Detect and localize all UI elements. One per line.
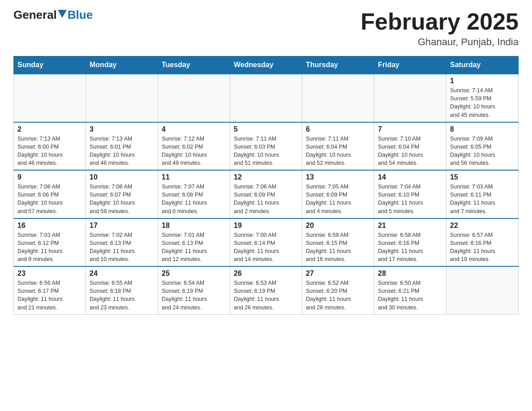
day-number: 6 <box>306 125 370 133</box>
col-header-sunday: Sunday <box>14 56 86 74</box>
day-number: 26 <box>234 270 298 278</box>
day-number: 8 <box>450 125 515 133</box>
day-info: Sunrise: 6:50 AM Sunset: 6:21 PM Dayligh… <box>378 279 442 312</box>
day-number: 28 <box>378 270 442 278</box>
calendar-cell: 19Sunrise: 7:00 AM Sunset: 6:14 PM Dayli… <box>230 218 302 267</box>
calendar-cell: 18Sunrise: 7:01 AM Sunset: 6:13 PM Dayli… <box>158 218 230 267</box>
calendar-week-row: 9Sunrise: 7:08 AM Sunset: 6:06 PM Daylig… <box>14 170 519 218</box>
day-info: Sunrise: 7:11 AM Sunset: 6:03 PM Dayligh… <box>234 135 298 167</box>
calendar-cell: 21Sunrise: 6:58 AM Sunset: 6:16 PM Dayli… <box>374 218 446 267</box>
day-info: Sunrise: 7:10 AM Sunset: 6:04 PM Dayligh… <box>378 135 442 167</box>
calendar-cell <box>230 74 302 122</box>
calendar-cell <box>374 74 446 122</box>
day-info: Sunrise: 7:13 AM Sunset: 6:00 PM Dayligh… <box>17 135 82 167</box>
day-number: 17 <box>90 222 154 230</box>
calendar-cell: 24Sunrise: 6:55 AM Sunset: 6:18 PM Dayli… <box>86 266 158 314</box>
header: General Blue February 2025 Ghanaur, Punj… <box>13 9 519 48</box>
day-info: Sunrise: 7:00 AM Sunset: 6:14 PM Dayligh… <box>234 231 298 264</box>
day-number: 2 <box>17 125 82 133</box>
day-number: 5 <box>234 125 298 133</box>
location-title: Ghanaur, Punjab, India <box>360 36 519 48</box>
logo-general-text: General <box>13 9 57 21</box>
col-header-saturday: Saturday <box>446 56 519 74</box>
day-info: Sunrise: 6:59 AM Sunset: 6:15 PM Dayligh… <box>306 231 370 264</box>
day-info: Sunrise: 6:54 AM Sunset: 6:19 PM Dayligh… <box>162 279 226 312</box>
day-number: 23 <box>17 270 82 278</box>
day-info: Sunrise: 7:12 AM Sunset: 6:02 PM Dayligh… <box>162 135 226 167</box>
calendar-cell: 12Sunrise: 7:06 AM Sunset: 6:09 PM Dayli… <box>230 170 302 218</box>
day-number: 16 <box>17 222 82 230</box>
calendar-cell <box>302 74 374 122</box>
month-title: February 2025 <box>360 9 519 34</box>
day-info: Sunrise: 6:55 AM Sunset: 6:18 PM Dayligh… <box>90 279 154 312</box>
day-number: 12 <box>234 173 298 181</box>
calendar-cell: 8Sunrise: 7:09 AM Sunset: 6:05 PM Daylig… <box>446 122 519 171</box>
day-info: Sunrise: 7:09 AM Sunset: 6:05 PM Dayligh… <box>450 135 515 167</box>
calendar-week-row: 1Sunrise: 7:14 AM Sunset: 5:59 PM Daylig… <box>14 74 519 122</box>
day-number: 9 <box>17 173 82 181</box>
day-number: 11 <box>162 173 226 181</box>
day-number: 25 <box>162 270 226 278</box>
day-info: Sunrise: 6:57 AM Sunset: 6:16 PM Dayligh… <box>450 231 515 264</box>
calendar-cell: 27Sunrise: 6:52 AM Sunset: 6:20 PM Dayli… <box>302 266 374 314</box>
calendar-cell: 20Sunrise: 6:59 AM Sunset: 6:15 PM Dayli… <box>302 218 374 267</box>
calendar-cell: 23Sunrise: 6:56 AM Sunset: 6:17 PM Dayli… <box>14 266 86 314</box>
title-area: February 2025 Ghanaur, Punjab, India <box>360 9 519 48</box>
logo: General Blue <box>13 9 93 21</box>
calendar-cell: 16Sunrise: 7:03 AM Sunset: 6:12 PM Dayli… <box>14 218 86 267</box>
day-info: Sunrise: 6:56 AM Sunset: 6:17 PM Dayligh… <box>17 279 82 312</box>
day-number: 21 <box>378 222 442 230</box>
calendar-cell: 28Sunrise: 6:50 AM Sunset: 6:21 PM Dayli… <box>374 266 446 314</box>
day-info: Sunrise: 7:07 AM Sunset: 6:08 PM Dayligh… <box>162 183 226 215</box>
day-info: Sunrise: 7:02 AM Sunset: 6:13 PM Dayligh… <box>90 231 154 264</box>
day-info: Sunrise: 7:14 AM Sunset: 5:59 PM Dayligh… <box>450 86 515 119</box>
calendar-cell: 7Sunrise: 7:10 AM Sunset: 6:04 PM Daylig… <box>374 122 446 171</box>
day-info: Sunrise: 7:11 AM Sunset: 6:04 PM Dayligh… <box>306 135 370 167</box>
calendar-cell: 4Sunrise: 7:12 AM Sunset: 6:02 PM Daylig… <box>158 122 230 171</box>
calendar-cell: 10Sunrise: 7:08 AM Sunset: 6:07 PM Dayli… <box>86 170 158 218</box>
day-number: 13 <box>306 173 370 181</box>
day-number: 24 <box>90 270 154 278</box>
day-info: Sunrise: 7:05 AM Sunset: 6:09 PM Dayligh… <box>306 183 370 215</box>
calendar-cell: 6Sunrise: 7:11 AM Sunset: 6:04 PM Daylig… <box>302 122 374 171</box>
calendar-cell: 2Sunrise: 7:13 AM Sunset: 6:00 PM Daylig… <box>14 122 86 171</box>
calendar-cell: 5Sunrise: 7:11 AM Sunset: 6:03 PM Daylig… <box>230 122 302 171</box>
calendar-week-row: 16Sunrise: 7:03 AM Sunset: 6:12 PM Dayli… <box>14 218 519 267</box>
day-info: Sunrise: 7:03 AM Sunset: 6:12 PM Dayligh… <box>17 231 82 264</box>
col-header-friday: Friday <box>374 56 446 74</box>
day-info: Sunrise: 7:01 AM Sunset: 6:13 PM Dayligh… <box>162 231 226 264</box>
day-number: 20 <box>306 222 370 230</box>
calendar-table: SundayMondayTuesdayWednesdayThursdayFrid… <box>13 56 519 315</box>
calendar-week-row: 2Sunrise: 7:13 AM Sunset: 6:00 PM Daylig… <box>14 122 519 171</box>
calendar-cell: 15Sunrise: 7:03 AM Sunset: 6:11 PM Dayli… <box>446 170 519 218</box>
day-number: 27 <box>306 270 370 278</box>
day-number: 18 <box>162 222 226 230</box>
day-info: Sunrise: 7:08 AM Sunset: 6:07 PM Dayligh… <box>90 183 154 215</box>
calendar-cell: 3Sunrise: 7:13 AM Sunset: 6:01 PM Daylig… <box>86 122 158 171</box>
day-number: 22 <box>450 222 515 230</box>
col-header-wednesday: Wednesday <box>230 56 302 74</box>
day-info: Sunrise: 7:13 AM Sunset: 6:01 PM Dayligh… <box>90 135 154 167</box>
day-number: 10 <box>90 173 154 181</box>
calendar-cell: 14Sunrise: 7:04 AM Sunset: 6:10 PM Dayli… <box>374 170 446 218</box>
calendar-cell: 22Sunrise: 6:57 AM Sunset: 6:16 PM Dayli… <box>446 218 519 267</box>
calendar-cell: 26Sunrise: 6:53 AM Sunset: 6:19 PM Dayli… <box>230 266 302 314</box>
logo-blue-text: Blue <box>68 9 93 21</box>
logo-arrow-icon <box>58 10 67 18</box>
day-info: Sunrise: 6:58 AM Sunset: 6:16 PM Dayligh… <box>378 231 442 264</box>
day-number: 14 <box>378 173 442 181</box>
day-info: Sunrise: 6:53 AM Sunset: 6:19 PM Dayligh… <box>234 279 298 312</box>
day-number: 3 <box>90 125 154 133</box>
day-info: Sunrise: 7:06 AM Sunset: 6:09 PM Dayligh… <box>234 183 298 215</box>
calendar-cell <box>158 74 230 122</box>
calendar-cell: 11Sunrise: 7:07 AM Sunset: 6:08 PM Dayli… <box>158 170 230 218</box>
day-info: Sunrise: 7:08 AM Sunset: 6:06 PM Dayligh… <box>17 183 82 215</box>
day-number: 15 <box>450 173 515 181</box>
calendar-cell <box>86 74 158 122</box>
col-header-tuesday: Tuesday <box>158 56 230 74</box>
calendar-header-row: SundayMondayTuesdayWednesdayThursdayFrid… <box>14 56 519 74</box>
calendar-week-row: 23Sunrise: 6:56 AM Sunset: 6:17 PM Dayli… <box>14 266 519 314</box>
day-number: 19 <box>234 222 298 230</box>
calendar-cell: 9Sunrise: 7:08 AM Sunset: 6:06 PM Daylig… <box>14 170 86 218</box>
calendar-cell: 13Sunrise: 7:05 AM Sunset: 6:09 PM Dayli… <box>302 170 374 218</box>
